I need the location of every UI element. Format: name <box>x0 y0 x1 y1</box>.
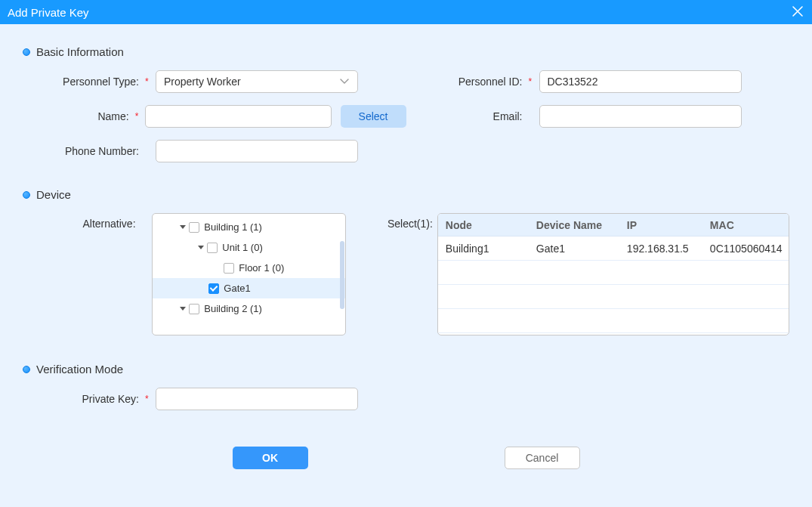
section-title-device: Device <box>36 188 71 201</box>
required-marker: * <box>135 111 140 122</box>
col-ip: IP <box>619 219 702 231</box>
label-personnel-type: Personnel Type: <box>23 76 144 88</box>
cell-device-name: Gate1 <box>529 243 619 255</box>
required-marker: * <box>145 394 151 404</box>
bullet-icon <box>23 366 30 373</box>
name-input[interactable] <box>145 105 332 128</box>
section-basic-header: Basic Information <box>23 45 789 58</box>
cell-mac: 0C1105060414 <box>702 243 789 255</box>
table-row[interactable]: Building1Gate1192.168.31.50C1105060414 <box>438 236 789 261</box>
chevron-down-icon <box>178 307 187 311</box>
required-marker: * <box>529 76 535 87</box>
col-mac: MAC <box>702 219 789 231</box>
label-email: Email: <box>406 110 527 122</box>
email-input[interactable] <box>539 105 742 128</box>
scrollbar[interactable] <box>340 241 344 309</box>
personnel-type-value: Property Worker <box>164 76 241 88</box>
tree-item[interactable]: Floor 1 (0) <box>153 258 344 278</box>
tree-item-label: Unit 1 (0) <box>222 242 262 253</box>
checkbox[interactable] <box>224 263 234 274</box>
cell-node: Building1 <box>438 243 529 255</box>
chevron-down-icon <box>196 246 205 249</box>
tree-item[interactable]: Gate1 <box>153 278 344 298</box>
section-verification-header: Verification Mode <box>23 363 789 376</box>
selected-devices-table: Node Device Name IP MAC Building1Gate119… <box>437 213 789 335</box>
personnel-type-select[interactable]: Property Worker <box>156 70 358 93</box>
checkbox[interactable] <box>189 222 199 233</box>
label-name: Name: <box>23 110 134 122</box>
label-alternative: Alternative: <box>23 213 140 335</box>
col-node: Node <box>438 219 529 231</box>
checkbox[interactable] <box>189 304 199 314</box>
ok-button[interactable]: OK <box>233 447 308 469</box>
section-device-header: Device <box>23 188 789 201</box>
tree-item-label: Building 2 (1) <box>204 303 262 314</box>
chevron-down-icon <box>339 78 350 85</box>
tree-item[interactable]: Building 2 (1) <box>153 298 344 319</box>
private-key-input[interactable] <box>156 388 358 410</box>
tree-item-label: Floor 1 (0) <box>239 262 284 274</box>
checkbox[interactable] <box>208 283 219 294</box>
table-row <box>438 309 789 333</box>
tree-item[interactable]: Unit 1 (0) <box>153 237 344 258</box>
cell-ip: 192.168.31.5 <box>619 243 702 255</box>
dialog-header: Add Private Key <box>0 0 812 24</box>
cancel-button[interactable]: Cancel <box>505 447 580 469</box>
label-phone: Phone Number: <box>23 145 144 157</box>
close-icon[interactable] <box>791 5 804 20</box>
phone-input[interactable] <box>156 140 358 162</box>
table-header-row: Node Device Name IP MAC <box>438 214 789 236</box>
bullet-icon <box>23 48 30 56</box>
required-marker: * <box>145 76 151 87</box>
tree-item-label: Building 1 (1) <box>204 221 262 233</box>
table-row <box>438 261 789 285</box>
table-row <box>438 285 789 309</box>
select-button[interactable]: Select <box>341 105 406 128</box>
section-title-basic: Basic Information <box>36 45 124 58</box>
dialog-title: Add Private Key <box>8 6 89 19</box>
label-private-key: Private Key: <box>23 393 144 405</box>
device-tree[interactable]: Building 1 (1)Unit 1 (0)Floor 1 (0)Gate1… <box>152 213 345 335</box>
section-title-verification: Verification Mode <box>36 363 123 376</box>
personnel-id-input[interactable] <box>539 70 742 93</box>
label-personnel-id: Personnel ID: <box>406 76 527 88</box>
tree-item-label: Gate1 <box>224 283 250 294</box>
col-device-name: Device Name <box>529 219 619 231</box>
checkbox[interactable] <box>207 243 218 253</box>
chevron-down-icon <box>178 225 187 229</box>
label-select-count: Select(1): <box>361 213 437 335</box>
bullet-icon <box>23 191 30 199</box>
tree-item[interactable]: Building 1 (1) <box>153 217 344 237</box>
